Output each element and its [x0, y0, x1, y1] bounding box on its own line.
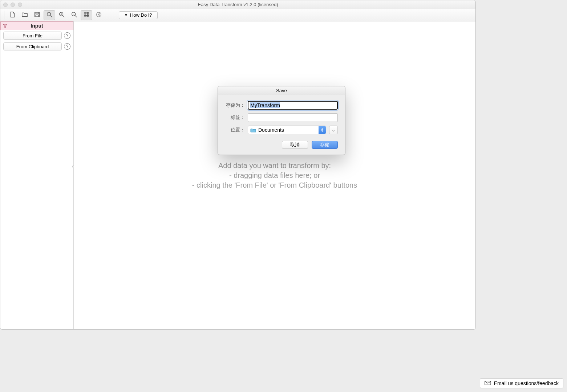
sidebar-row-from-file: From File ?	[0, 30, 73, 41]
tags-row: 标签：	[225, 113, 338, 122]
help-from-file-button[interactable]: ?	[64, 32, 70, 39]
canvas-area[interactable]: Add data you want to transform by: - dra…	[74, 21, 475, 329]
folder-icon	[250, 128, 256, 132]
select-stepper-icon: ▲▼	[319, 126, 326, 134]
chevron-down-icon: ⌄	[332, 127, 335, 132]
question-icon: ?	[66, 33, 69, 38]
zoom-out-icon	[71, 11, 77, 19]
placeholder-line: Add data you want to transform by:	[94, 161, 455, 171]
tags-label: 标签：	[225, 114, 245, 121]
save-button[interactable]	[31, 10, 43, 20]
feedback-button[interactable]: Email us questions/feedback	[480, 378, 563, 388]
svg-rect-7	[485, 381, 491, 385]
how-do-i-label: How Do I?	[130, 12, 152, 18]
open-file-button[interactable]	[19, 10, 31, 20]
feedback-label: Email us questions/feedback	[494, 380, 559, 386]
dropdown-icon: ▼	[124, 13, 128, 17]
placeholder-line: - clicking the 'From File' or 'From Clip…	[94, 180, 455, 190]
from-file-button[interactable]: From File	[3, 32, 62, 40]
toolbar-separator	[107, 11, 107, 20]
window-zoom-icon[interactable]	[18, 3, 22, 7]
svg-point-3	[47, 12, 51, 16]
save-dialog-buttons: 取消 存储	[218, 138, 345, 155]
save-as-label: 存储为：	[225, 102, 245, 109]
zoom-in-icon	[58, 11, 65, 19]
save-dialog-title: Save	[276, 88, 287, 93]
new-file-button[interactable]	[7, 10, 18, 20]
sidebar-header: Input	[0, 21, 73, 30]
window-titlebar: Easy Data Transform v1.2.0 (licensed)	[0, 0, 475, 9]
window-minimize-icon[interactable]	[11, 3, 15, 7]
app-window: Easy Data Transform v1.2.0 (licensed)	[0, 0, 476, 330]
save-icon	[34, 11, 40, 19]
toolbar-separator	[4, 11, 4, 20]
svg-rect-2	[36, 15, 38, 16]
svg-rect-0	[35, 12, 40, 17]
mail-icon	[485, 380, 491, 387]
document-icon	[9, 11, 16, 19]
cancel-button[interactable]: 取消	[282, 141, 308, 149]
app-body: Input From File ? From Clipboard ?	[0, 21, 475, 329]
toolbar: ▼ How Do I?	[0, 9, 475, 21]
help-from-clipboard-button[interactable]: ?	[64, 43, 70, 50]
sidebar-title: Input	[31, 23, 43, 29]
save-dialog-body: 存储为： 标签： 位置： Documents	[218, 95, 345, 138]
tags-input[interactable]	[248, 113, 338, 122]
clear-button[interactable]	[93, 10, 105, 20]
window-title: Easy Data Transform v1.2.0 (licensed)	[198, 2, 278, 7]
zoom-out-button[interactable]	[68, 10, 80, 20]
location-value: Documents	[258, 127, 284, 133]
cancel-label: 取消	[290, 142, 300, 148]
toggle-grid-button[interactable]	[81, 10, 92, 20]
zoom-in-button[interactable]	[56, 10, 68, 20]
window-controls	[3, 3, 22, 7]
sidebar: Input From File ? From Clipboard ?	[0, 21, 74, 329]
from-clipboard-label: From Clipboard	[16, 44, 49, 49]
save-as-input[interactable]	[248, 101, 338, 110]
canvas-placeholder: Add data you want to transform by: - dra…	[94, 161, 455, 190]
grid-icon	[83, 11, 90, 19]
save-label: 存储	[320, 142, 329, 148]
magnifier-icon	[46, 11, 53, 19]
confirm-save-button[interactable]: 存储	[312, 141, 338, 149]
svg-rect-1	[36, 12, 38, 14]
save-as-row: 存储为：	[225, 101, 338, 110]
filter-icon[interactable]	[3, 24, 7, 28]
location-select[interactable]: Documents ▲▼	[248, 126, 326, 134]
location-label: 位置：	[225, 127, 245, 133]
question-icon: ?	[66, 44, 69, 49]
expand-location-button[interactable]: ⌄	[329, 126, 338, 134]
save-dialog: Save 存储为： 标签： 位置：	[218, 86, 345, 155]
zoom-fit-button[interactable]	[44, 10, 55, 20]
from-clipboard-button[interactable]: From Clipboard	[3, 42, 62, 50]
location-row: 位置： Documents ▲▼ ⌄	[225, 126, 338, 134]
folder-icon	[21, 11, 28, 19]
how-do-i-button[interactable]: ▼ How Do I?	[119, 11, 158, 19]
sidebar-row-from-clipboard: From Clipboard ?	[0, 41, 73, 52]
from-file-label: From File	[23, 33, 42, 38]
close-circle-icon	[96, 11, 102, 19]
save-dialog-titlebar: Save	[218, 86, 345, 95]
window-close-icon[interactable]	[3, 3, 8, 7]
placeholder-line: - dragging data files here; or	[94, 171, 455, 180]
